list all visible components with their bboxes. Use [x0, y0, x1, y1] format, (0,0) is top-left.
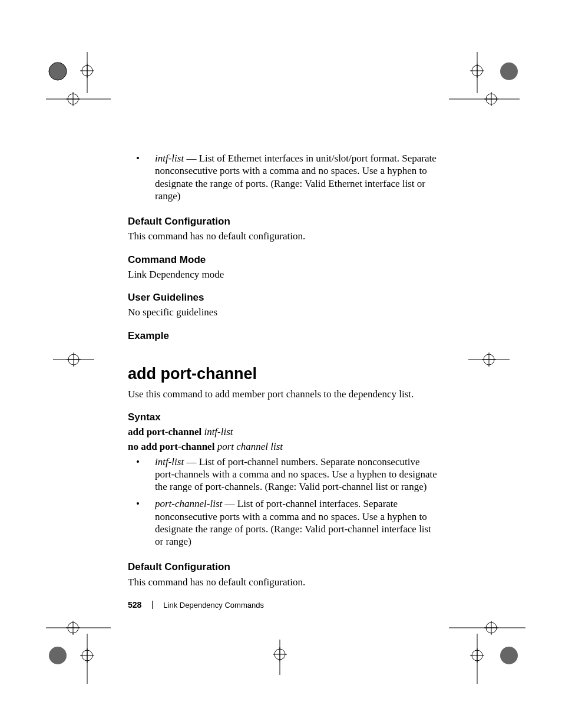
list-item: • intf-list — List of Ethernet interface…	[128, 152, 438, 202]
syntax-line: add port-channel intf-list	[128, 426, 438, 438]
param-term: port-channel-list	[155, 498, 222, 509]
syntax-italic: port channel list	[217, 441, 283, 452]
list-item: • intf-list — List of port-channel numbe…	[128, 456, 438, 493]
section-heading: User Guidelines	[128, 291, 438, 304]
bullet-dot-icon: •	[128, 152, 155, 202]
svg-point-48	[500, 647, 518, 664]
body-text: This command has no default configuratio…	[128, 230, 438, 242]
syntax-italic: intf-list	[204, 426, 233, 437]
printer-mark-icon	[468, 348, 510, 371]
param-desc: — List of port-channel numbers. Separate…	[155, 456, 437, 493]
syntax-bold: no add port-channel	[128, 441, 217, 452]
page-content: • intf-list — List of Ethernet interface…	[128, 152, 438, 599]
printer-mark-icon	[46, 613, 111, 684]
section-heading: Syntax	[128, 411, 438, 423]
bullet-dot-icon: •	[128, 498, 155, 548]
section-heading: Command Mode	[128, 253, 438, 266]
printer-mark-icon	[53, 348, 94, 371]
svg-point-35	[49, 647, 67, 664]
syntax-line: no add port-channel port channel list	[128, 440, 438, 453]
printer-mark-icon	[46, 52, 111, 117]
bullet-dot-icon: •	[128, 456, 155, 493]
printer-mark-icon	[449, 52, 520, 117]
printer-mark-icon	[449, 613, 525, 684]
param-desc: — List of Ethernet interfaces in unit/sl…	[155, 153, 437, 202]
page-number: 528	[128, 600, 141, 610]
svg-point-18	[500, 62, 518, 80]
command-title: add port-channel	[128, 364, 438, 384]
printer-mark-icon	[259, 640, 300, 675]
body-text: Link Dependency mode	[128, 268, 438, 281]
section-heading: Example	[128, 330, 438, 342]
section-heading: Default Configuration	[128, 561, 438, 573]
body-text: Use this command to add member port chan…	[128, 388, 438, 400]
section-heading: Default Configuration	[128, 215, 438, 228]
param-term: intf-list	[155, 456, 184, 467]
list-item: • port-channel-list — List of port-chann…	[128, 498, 438, 548]
footer-sep-icon	[152, 601, 153, 609]
footer-section: Link Dependency Commands	[163, 601, 264, 610]
body-text: No specific guidelines	[128, 306, 438, 318]
page-footer: 528 Link Dependency Commands	[128, 600, 264, 610]
page: • intf-list — List of Ethernet interface…	[0, 0, 562, 728]
param-term: intf-list	[155, 153, 184, 164]
syntax-bold: add port-channel	[128, 426, 204, 437]
body-text: This command has no default configuratio…	[128, 576, 438, 588]
